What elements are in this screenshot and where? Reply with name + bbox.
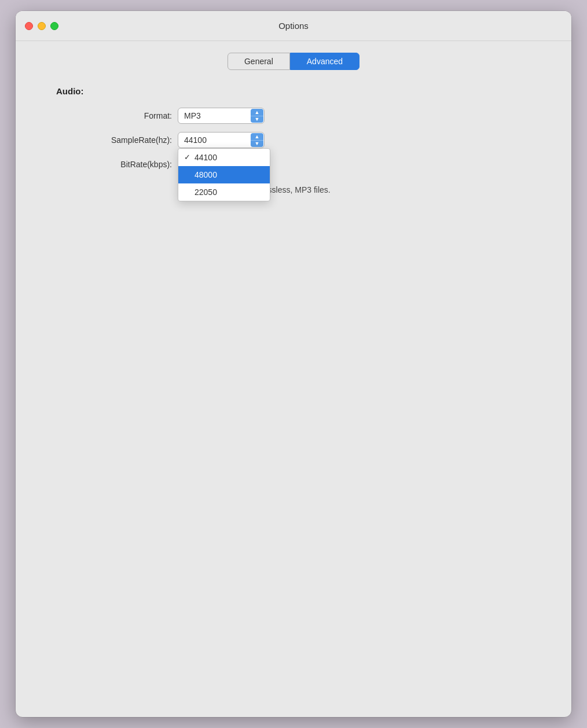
audio-section: Audio: Format: MP3 ▲ ▼ SampleRate(hz): 4… bbox=[56, 86, 554, 194]
sample-rate-dropdown: 44100 48000 22050 bbox=[178, 148, 270, 201]
format-select-container: MP3 ▲ ▼ bbox=[178, 108, 265, 124]
format-arrow-down[interactable]: ▼ bbox=[251, 116, 263, 123]
audio-section-label: Audio: bbox=[56, 86, 83, 96]
sample-rate-select-container: 44100 ▲ ▼ 44100 48000 22050 bbox=[178, 132, 265, 148]
traffic-lights bbox=[25, 22, 58, 30]
titlebar: Options bbox=[16, 11, 571, 41]
format-arrow-up[interactable]: ▲ bbox=[251, 109, 263, 116]
dropdown-item-48000[interactable]: 48000 bbox=[178, 166, 270, 183]
tab-advanced[interactable]: Advanced bbox=[290, 53, 359, 70]
dropdown-item-22050[interactable]: 22050 bbox=[178, 183, 270, 201]
sample-rate-label: SampleRate(hz): bbox=[56, 135, 172, 145]
format-stepper: ▲ ▼ bbox=[251, 109, 263, 123]
sample-rate-stepper: ▲ ▼ bbox=[251, 133, 263, 147]
main-content: General Advanced Audio: Format: MP3 ▲ ▼ … bbox=[16, 41, 571, 717]
minimize-button[interactable] bbox=[38, 22, 46, 30]
close-button[interactable] bbox=[25, 22, 33, 30]
format-label: Format: bbox=[56, 111, 172, 120]
bitrate-label: BitRate(kbps): bbox=[56, 160, 172, 169]
options-window: Options General Advanced Audio: Format: … bbox=[16, 11, 571, 717]
sample-rate-row: SampleRate(hz): 44100 ▲ ▼ 44100 48000 22… bbox=[56, 132, 265, 148]
tab-bar: General Advanced bbox=[33, 53, 554, 70]
window-title: Options bbox=[278, 21, 309, 31]
sample-rate-display-wrapper: 44100 ▲ ▼ bbox=[178, 132, 265, 148]
sample-rate-arrow-up[interactable]: ▲ bbox=[251, 133, 263, 141]
sample-rate-arrow-down[interactable]: ▼ bbox=[251, 141, 263, 148]
maximize-button[interactable] bbox=[50, 22, 58, 30]
tab-general[interactable]: General bbox=[228, 53, 290, 70]
dropdown-item-44100[interactable]: 44100 bbox=[178, 149, 270, 166]
format-row: Format: MP3 ▲ ▼ bbox=[56, 108, 265, 124]
